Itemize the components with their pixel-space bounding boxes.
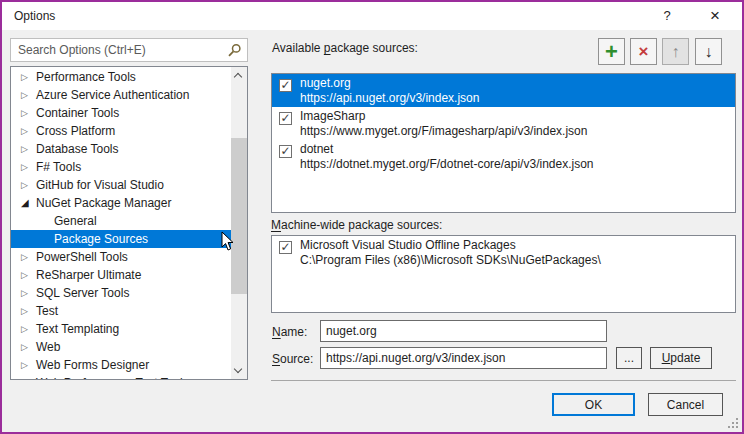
tree-expander-icon[interactable]: ▷ <box>21 176 33 194</box>
tree-item-label: Cross Platform <box>36 122 115 140</box>
enabled-checkbox[interactable]: ✓ <box>279 112 292 125</box>
footer-separator <box>271 380 736 381</box>
tree-expander-icon[interactable]: ▷ <box>21 104 33 122</box>
delete-x-icon: × <box>639 42 649 61</box>
sidebar-tree-item[interactable]: ▷ Web <box>11 338 231 356</box>
tree-item-label: SQL Server Tools <box>36 284 129 302</box>
tree-item-label: GitHub for Visual Studio <box>36 176 164 194</box>
title-bar: Options ? × <box>2 2 742 30</box>
tree-expander-icon[interactable]: ▷ <box>21 320 33 338</box>
tree-expander-icon[interactable]: ▷ <box>21 284 33 302</box>
options-dialog: Options ? × ▷ Performance Tools ▷ Azure … <box>0 0 744 434</box>
enabled-checkbox[interactable]: ✓ <box>279 79 292 92</box>
tree-expander-icon[interactable]: ▷ <box>21 356 33 374</box>
move-down-button[interactable]: ↓ <box>695 38 722 65</box>
sidebar-tree-item[interactable]: ▷ F# Tools <box>11 158 231 176</box>
cancel-button[interactable]: Cancel <box>648 393 723 416</box>
package-source-row[interactable]: ✓ ImageSharp https://www.myget.org/F/ima… <box>272 107 735 140</box>
help-button[interactable]: ? <box>646 2 688 30</box>
sidebar-tree-item[interactable]: ▷ ReSharper Ultimate <box>11 266 231 284</box>
scroll-down-button[interactable] <box>231 362 247 379</box>
sidebar-tree-item[interactable]: ▷ Web Forms Designer <box>11 356 231 374</box>
options-tree-panel: ▷ Performance Tools ▷ Azure Service Auth… <box>10 66 248 380</box>
name-field[interactable] <box>320 320 607 342</box>
tree-item-label: Web Performance Test Tools <box>36 374 189 380</box>
sidebar-tree-item[interactable]: ▷ Azure Service Authentication <box>11 86 231 104</box>
source-field[interactable] <box>320 347 607 369</box>
tree-expander-icon[interactable]: ▷ <box>21 122 33 140</box>
tree-expander-icon[interactable]: ▷ <box>21 248 33 266</box>
tree-item-label: Text Templating <box>36 320 119 338</box>
enabled-checkbox[interactable]: ✓ <box>279 241 292 254</box>
tree-expander-icon[interactable]: ▷ <box>21 374 33 380</box>
sidebar-tree-item[interactable]: Package Sources <box>11 230 231 248</box>
tree-expander-icon[interactable]: ▷ <box>21 158 33 176</box>
scrollbar-thumb[interactable] <box>231 138 247 294</box>
update-button[interactable]: Update <box>650 347 712 369</box>
arrow-up-icon: ↑ <box>672 43 680 60</box>
tree-expander-icon[interactable]: ▷ <box>21 338 33 356</box>
sidebar-tree-item[interactable]: ▷ SQL Server Tools <box>11 284 231 302</box>
tree-expander-icon[interactable]: ▷ <box>21 302 33 320</box>
source-name: nuget.org <box>300 75 351 91</box>
tree-item-label: Azure Service Authentication <box>36 86 189 104</box>
tree-expander-icon[interactable]: ◢ <box>21 194 33 212</box>
name-label: Name: <box>272 325 307 339</box>
machine-sources-list: ✓ Microsoft Visual Studio Offline Packag… <box>271 235 736 313</box>
sidebar-tree-item[interactable]: ▷ Text Templating <box>11 320 231 338</box>
close-icon: × <box>710 6 720 25</box>
package-source-row[interactable]: ✓ nuget.org https://api.nuget.org/v3/ind… <box>272 74 735 107</box>
sidebar-tree-item[interactable]: ▷ Test <box>11 302 231 320</box>
sidebar-tree-item[interactable]: ▷ Performance Tools <box>11 68 231 86</box>
scroll-up-button[interactable] <box>231 67 247 84</box>
sidebar-tree-item[interactable]: ▷ Database Tools <box>11 140 231 158</box>
close-button[interactable]: × <box>694 2 736 30</box>
tree-item-label: Test <box>36 302 58 320</box>
source-name: Microsoft Visual Studio Offline Packages <box>300 237 516 253</box>
source-url: https://api.nuget.org/v3/index.json <box>300 90 479 106</box>
tree-item-label: F# Tools <box>36 158 81 176</box>
source-url: C:\Program Files (x86)\Microsoft SDKs\Nu… <box>300 252 601 268</box>
package-source-row[interactable]: ✓ dotnet https://dotnet.myget.org/F/dotn… <box>272 140 735 173</box>
sidebar-tree-item[interactable]: ▷ PowerShell Tools <box>11 248 231 266</box>
sidebar-tree-item[interactable]: General <box>11 212 231 230</box>
arrow-down-icon: ↓ <box>705 43 713 60</box>
source-label: Source: <box>272 352 313 366</box>
sidebar-tree-item[interactable]: ▷ Cross Platform <box>11 122 231 140</box>
source-name: dotnet <box>300 141 333 157</box>
tree-item-label: Database Tools <box>36 140 119 158</box>
search-input[interactable] <box>11 39 225 61</box>
window-title: Options <box>14 2 55 30</box>
search-icon <box>227 43 242 58</box>
sidebar-tree-item[interactable]: ▷ GitHub for Visual Studio <box>11 176 231 194</box>
available-sources-label: Available package sources: <box>272 41 418 55</box>
tree-expander-icon[interactable]: ▷ <box>21 68 33 86</box>
tree-item-label: Web <box>36 338 60 356</box>
mouse-cursor <box>221 231 235 252</box>
browse-button[interactable]: ... <box>616 347 642 369</box>
tree-expander-icon[interactable]: ▷ <box>21 266 33 284</box>
tree-expander-icon[interactable]: ▷ <box>21 86 33 104</box>
tree-item-label: NuGet Package Manager <box>36 194 171 212</box>
remove-source-button[interactable]: × <box>630 38 657 65</box>
sidebar-tree-item[interactable]: ◢ NuGet Package Manager <box>11 194 231 212</box>
tree-item-label: ReSharper Ultimate <box>36 266 141 284</box>
tree-item-label: Package Sources <box>54 230 148 248</box>
chevron-down-icon <box>234 365 242 373</box>
available-sources-list: ✓ nuget.org https://api.nuget.org/v3/ind… <box>271 73 736 213</box>
enabled-checkbox[interactable]: ✓ <box>279 145 292 158</box>
source-url: https://dotnet.myget.org/F/dotnet-core/a… <box>300 156 594 172</box>
move-up-button[interactable]: ↑ <box>662 38 689 65</box>
sidebar-tree-item[interactable]: ▷ Web Performance Test Tools <box>11 374 231 380</box>
source-name: ImageSharp <box>300 108 365 124</box>
tree-scrollbar[interactable] <box>231 67 247 379</box>
package-source-row[interactable]: ✓ Microsoft Visual Studio Offline Packag… <box>272 236 735 269</box>
resize-grip[interactable] <box>727 417 739 429</box>
ok-button[interactable]: OK <box>552 393 635 416</box>
tree-item-label: General <box>54 212 97 230</box>
tree-item-label: PowerShell Tools <box>36 248 128 266</box>
tree-expander-icon[interactable]: ▷ <box>21 140 33 158</box>
add-source-button[interactable]: + <box>598 38 625 65</box>
sidebar-tree-item[interactable]: ▷ Container Tools <box>11 104 231 122</box>
plus-icon: + <box>605 39 618 64</box>
